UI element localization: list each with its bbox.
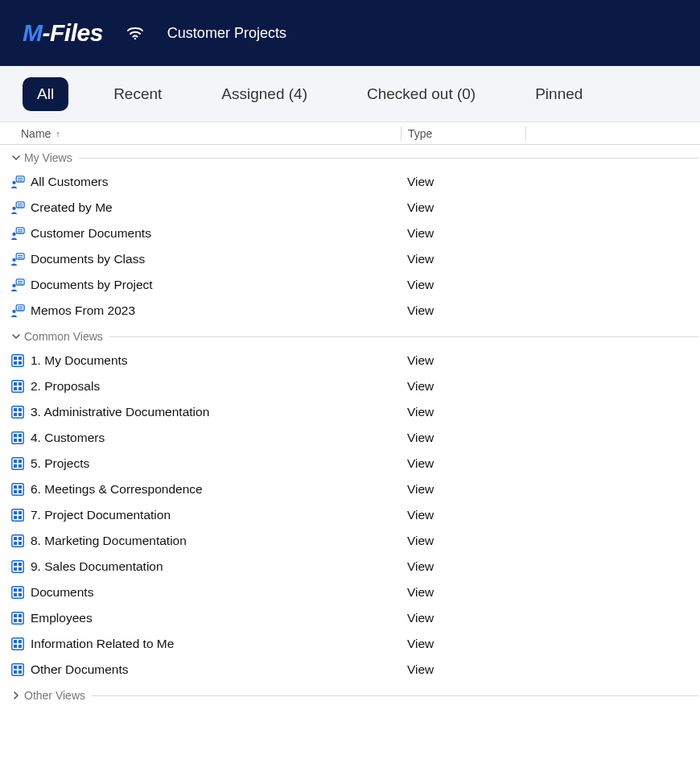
list-item[interactable]: 8. Marketing DocumentationView	[0, 528, 700, 554]
svg-rect-47	[19, 460, 22, 463]
column-name[interactable]: Name ↑	[21, 127, 401, 140]
svg-point-8	[12, 207, 15, 210]
column-empty	[525, 126, 526, 141]
svg-rect-64	[19, 542, 22, 545]
tab-all[interactable]: All	[23, 77, 68, 111]
svg-rect-87	[19, 666, 22, 669]
grid-view-icon	[8, 405, 27, 419]
list-item[interactable]: 3. Administrative DocumentationView	[0, 399, 700, 425]
svg-rect-17	[16, 279, 24, 285]
item-name: Information Related to Me	[27, 637, 401, 651]
svg-rect-62	[19, 537, 22, 540]
group-rule	[92, 695, 698, 696]
svg-rect-63	[14, 542, 17, 545]
svg-rect-74	[19, 593, 22, 596]
svg-rect-70	[12, 587, 23, 598]
group-label: Other Views	[23, 689, 90, 702]
group-label: Common Views	[23, 330, 108, 343]
list-item[interactable]: 4. CustomersView	[0, 425, 700, 451]
group-header[interactable]: Other Views	[0, 684, 700, 707]
item-name: 6. Meetings & Correspondence	[27, 482, 401, 497]
list-item[interactable]: Memos From 2023View	[0, 298, 700, 324]
tab-pinned[interactable]: Pinned	[521, 77, 597, 111]
sort-asc-icon: ↑	[56, 129, 60, 138]
svg-rect-45	[12, 458, 23, 469]
svg-rect-54	[19, 490, 22, 493]
svg-rect-51	[14, 485, 17, 489]
person-view-icon	[8, 278, 27, 292]
svg-point-12	[12, 233, 15, 236]
column-header: Name ↑ Type	[0, 122, 700, 145]
list-item[interactable]: All CustomersView	[0, 169, 700, 195]
svg-rect-46	[14, 460, 17, 463]
list-item[interactable]: 6. Meetings & CorrespondenceView	[0, 476, 700, 502]
svg-rect-73	[14, 593, 17, 596]
item-name: 4. Customers	[27, 431, 401, 445]
svg-rect-88	[14, 670, 17, 674]
item-name: 7. Project Documentation	[27, 508, 401, 522]
svg-rect-1	[16, 176, 24, 182]
svg-rect-27	[19, 357, 22, 360]
list-item[interactable]: Information Related to MeView	[0, 631, 700, 657]
list-item[interactable]: Customer DocumentsView	[0, 221, 700, 246]
person-view-icon	[8, 226, 27, 241]
list-item[interactable]: 1. My DocumentsView	[0, 348, 700, 373]
svg-rect-75	[12, 613, 23, 624]
vault-name[interactable]: Customer Projects	[167, 25, 286, 42]
item-type: View	[401, 379, 525, 394]
tab-recent[interactable]: Recent	[99, 77, 176, 111]
svg-rect-21	[16, 305, 24, 311]
item-type: View	[401, 200, 525, 215]
item-name: Employees	[27, 611, 401, 625]
app-header: M-Files Customer Projects	[0, 0, 700, 66]
svg-rect-48	[14, 464, 17, 468]
logo-m: M	[23, 19, 43, 46]
svg-rect-43	[14, 439, 17, 442]
svg-rect-50	[12, 484, 23, 495]
list-item[interactable]: Documents by ProjectView	[0, 272, 700, 298]
item-name: Customer Documents	[27, 226, 401, 241]
list-item[interactable]: DocumentsView	[0, 580, 700, 605]
svg-rect-66	[14, 563, 17, 566]
list-item[interactable]: Other DocumentsView	[0, 657, 700, 683]
svg-rect-60	[12, 535, 23, 547]
tab-assigned[interactable]: Assigned (4)	[207, 77, 322, 111]
grid-view-icon	[8, 637, 27, 651]
grid-view-icon	[8, 611, 27, 625]
item-type: View	[401, 175, 525, 189]
svg-rect-37	[19, 408, 22, 411]
item-name: All Customers	[27, 175, 401, 189]
grid-view-icon	[8, 534, 27, 548]
column-type-label: Type	[408, 127, 432, 140]
svg-rect-30	[12, 381, 23, 392]
item-type: View	[401, 637, 525, 651]
person-view-icon	[8, 252, 27, 266]
list-item[interactable]: Created by MeView	[0, 195, 700, 221]
list-item[interactable]: Documents by ClassView	[0, 246, 700, 272]
list-item[interactable]: 7. Project DocumentationView	[0, 502, 700, 528]
group-header[interactable]: My Views	[0, 146, 700, 169]
svg-rect-69	[19, 567, 22, 571]
list-item[interactable]: 5. ProjectsView	[0, 451, 700, 476]
tab-checkedout[interactable]: Checked out (0)	[352, 77, 490, 111]
svg-rect-58	[14, 516, 17, 519]
item-type: View	[401, 405, 525, 419]
list-item[interactable]: 9. Sales DocumentationView	[0, 554, 700, 580]
list-item[interactable]: EmployeesView	[0, 605, 700, 631]
group-label: My Views	[23, 151, 77, 164]
item-name: Documents by Project	[27, 278, 401, 292]
svg-point-20	[12, 284, 15, 287]
svg-rect-33	[14, 387, 17, 390]
chevron-right-icon	[10, 691, 23, 700]
item-name: 2. Proposals	[27, 379, 401, 394]
person-view-icon	[8, 175, 27, 189]
group-rule	[79, 158, 698, 159]
svg-rect-53	[14, 490, 17, 493]
svg-point-4	[12, 181, 15, 184]
grid-view-icon	[8, 353, 27, 368]
column-type[interactable]: Type	[401, 126, 525, 141]
group-header[interactable]: Common Views	[0, 325, 700, 348]
connection-icon[interactable]	[126, 23, 145, 43]
item-type: View	[401, 278, 525, 292]
list-item[interactable]: 2. ProposalsView	[0, 373, 700, 399]
